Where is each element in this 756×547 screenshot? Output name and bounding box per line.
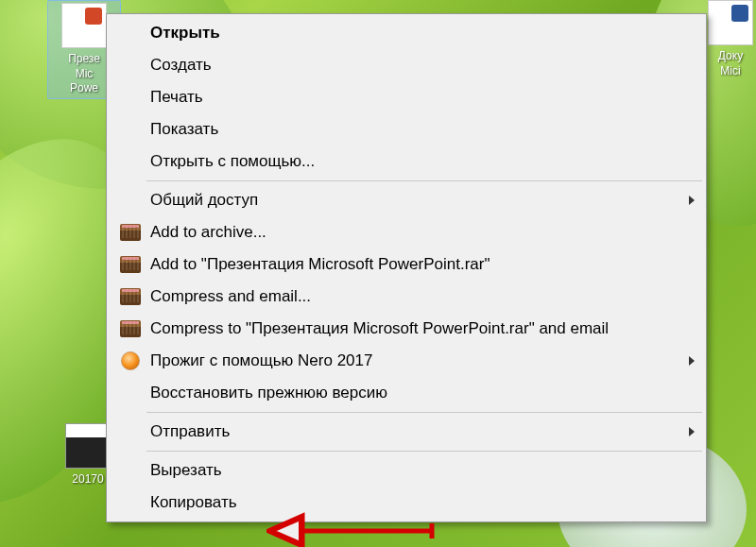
menu-nero-burn[interactable]: Прожиг с помощью Nero 2017 (109, 345, 704, 377)
menu-cut[interactable]: Вырезать (109, 454, 704, 487)
context-menu: Открыть Создать Печать Показать Открыть … (106, 13, 707, 522)
winrar-icon (120, 224, 141, 241)
menu-open[interactable]: Открыть (109, 17, 704, 49)
menu-restore-previous[interactable]: Восстановить прежнюю версию (109, 377, 704, 409)
menu-separator (146, 412, 702, 413)
menu-copy[interactable]: Копировать (109, 487, 704, 519)
menu-sharing[interactable]: Общий доступ (109, 184, 704, 216)
winrar-icon (120, 288, 141, 305)
powerpoint-file-icon (61, 3, 107, 48)
menu-show[interactable]: Показать (109, 113, 704, 145)
menu-rar-compress-email[interactable]: Compress and email... (109, 281, 704, 313)
menu-print[interactable]: Печать (109, 81, 704, 113)
menu-create[interactable]: Создать (109, 49, 704, 81)
folder-icon (65, 423, 111, 469)
word-file-icon (708, 0, 753, 45)
menu-open-with[interactable]: Открыть с помощью... (109, 145, 704, 178)
menu-rar-add-named[interactable]: Add to "Презентация Microsoft PowerPoint… (109, 248, 704, 281)
menu-separator (146, 451, 702, 452)
submenu-arrow-icon (689, 196, 695, 205)
desktop-icon-word[interactable]: Доку Mici (707, 0, 754, 78)
desktop-icon-label: Доку Mici (707, 49, 754, 78)
nero-icon (121, 351, 140, 370)
menu-rar-compress-named-email[interactable]: Compress to "Презентация Microsoft Power… (109, 313, 704, 345)
submenu-arrow-icon (689, 356, 695, 366)
menu-send[interactable]: Отправить (109, 416, 704, 448)
menu-rar-add[interactable]: Add to archive... (109, 216, 704, 248)
winrar-icon (120, 320, 141, 337)
winrar-icon (120, 256, 141, 273)
submenu-arrow-icon (689, 427, 695, 436)
menu-separator (146, 180, 702, 181)
